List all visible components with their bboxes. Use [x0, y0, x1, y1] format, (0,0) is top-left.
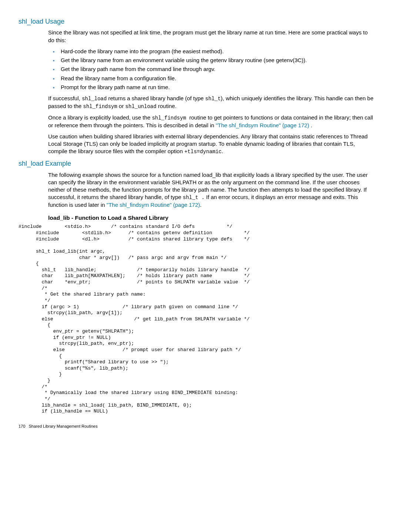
findsym-link[interactable]: "The shl_findsym Routine" (page 172) — [107, 202, 200, 208]
usage-p1: Since the library was not specified at l… — [48, 29, 374, 44]
code-subhead: load_lib - Function to Load a Shared Lib… — [48, 214, 374, 222]
usage-heading: shl_load Usage — [19, 17, 381, 26]
usage-p4: Use caution when building shared librari… — [48, 133, 374, 155]
text-run: If successful, — [48, 95, 82, 101]
text-run: or — [117, 103, 126, 109]
list-item: Prompt for the library path name at run … — [59, 84, 374, 91]
page-number: 170 — [19, 424, 25, 428]
code-inline: shl_unload — [125, 104, 156, 110]
code-inline: shl_load — [82, 96, 107, 102]
list-item: Hard-code the library name into the prog… — [59, 48, 374, 55]
usage-body: Since the library was not specified at l… — [48, 29, 374, 155]
text-run: . — [309, 122, 312, 128]
chapter-title: Shared Library Management Routines — [29, 424, 98, 428]
page-footer: 170 Shared Library Management Routines — [19, 424, 381, 429]
findsym-link[interactable]: "The shl_findsym Routine" (page 172) — [216, 122, 309, 128]
example-body: The following example shows the source f… — [48, 171, 374, 222]
section-usage: shl_load Usage Since the library was not… — [19, 17, 381, 155]
code-inline: shl_findsym — [152, 115, 189, 121]
code-inline: shl_t — [205, 96, 221, 102]
code-inline: shl_findsym — [83, 104, 117, 110]
text-run: . — [200, 202, 201, 208]
example-heading: shl_load Example — [19, 159, 381, 168]
text-run: Once a library is explicitly loaded, use… — [48, 114, 152, 121]
usage-p2: If successful, shl_load returns a shared… — [48, 95, 374, 110]
usage-bullet-list: Hard-code the library name into the prog… — [48, 48, 374, 91]
code-inline: +tls=dynamic — [184, 149, 222, 155]
code-inline: shl_t . — [183, 195, 205, 201]
text-run: routine. — [156, 103, 176, 109]
text-run: returns a shared library handle (of type — [107, 95, 205, 101]
code-block: #include <stdio.h> /* contains standard … — [19, 224, 381, 414]
list-item: Get the library name from an environment… — [59, 57, 374, 64]
list-item: Get the library path name from the comma… — [59, 65, 374, 73]
example-p1: The following example shows the source f… — [48, 171, 374, 209]
usage-p3: Once a library is explicitly loaded, use… — [48, 114, 374, 129]
list-item: Read the library name from a configurati… — [59, 75, 374, 82]
section-example: shl_load Example The following example s… — [19, 159, 381, 414]
text-run: . — [222, 148, 223, 154]
